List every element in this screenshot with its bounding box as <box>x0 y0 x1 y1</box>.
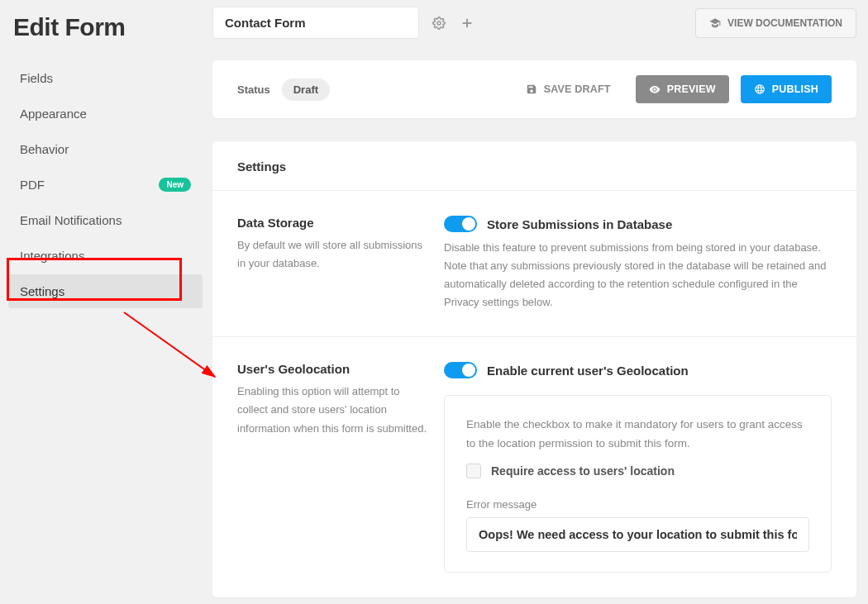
status-label: Status <box>237 83 270 96</box>
geolocation-toggle[interactable] <box>444 362 477 378</box>
new-badge: New <box>159 178 191 192</box>
view-documentation-button[interactable]: VIEW DOCUMENTATION <box>695 8 856 38</box>
store-submissions-toggle[interactable] <box>444 216 477 232</box>
view-documentation-label: VIEW DOCUMENTATION <box>727 17 842 29</box>
graduation-cap-icon <box>709 17 721 29</box>
status-badge: Draft <box>282 78 330 101</box>
data-storage-title: Data Storage <box>237 216 427 230</box>
geolocation-description: Enabling this option will attempt to col… <box>237 383 427 437</box>
error-message-input[interactable] <box>466 517 809 552</box>
store-submissions-description: Disable this feature to prevent submissi… <box>444 239 832 312</box>
sidebar-item-label: Settings <box>20 284 64 298</box>
globe-icon <box>754 83 765 95</box>
eye-icon <box>649 83 661 95</box>
geolocation-title: User's Geolocation <box>237 362 427 376</box>
sidebar-item-label: Fields <box>20 71 53 85</box>
geolocation-label: Enable current user's Geolocation <box>487 364 689 378</box>
sidebar-item-label: Email Notifications <box>20 213 122 227</box>
sidebar-item-pdf[interactable]: PDFNew <box>8 168 203 202</box>
preview-button[interactable]: PREVIEW <box>636 75 729 103</box>
plus-icon[interactable] <box>459 15 475 31</box>
save-draft-button[interactable]: SAVE DRAFT <box>513 75 624 103</box>
require-location-label: Require access to users' location <box>491 464 675 478</box>
preview-label: PREVIEW <box>667 83 716 95</box>
geolocation-panel-description: Enable the checkbox to make it mandatory… <box>466 416 809 454</box>
data-storage-description: By default we will store all submissions… <box>237 236 427 273</box>
settings-header: Settings <box>212 141 856 190</box>
form-name-input[interactable] <box>212 7 419 39</box>
require-location-checkbox[interactable] <box>466 464 481 478</box>
gear-icon[interactable] <box>431 15 447 31</box>
error-message-label: Error message <box>466 498 809 511</box>
publish-button[interactable]: PUBLISH <box>741 75 832 103</box>
sidebar-item-label: PDF <box>20 178 45 192</box>
store-submissions-label: Store Submissions in Database <box>487 217 672 231</box>
sidebar-item-label: Integrations <box>20 249 84 263</box>
publish-label: PUBLISH <box>772 83 818 95</box>
sidebar-item-appearance[interactable]: Appearance <box>8 97 203 131</box>
save-draft-label: SAVE DRAFT <box>544 83 611 95</box>
svg-point-0 <box>437 21 441 25</box>
page-title: Edit Form <box>8 8 203 61</box>
sidebar-item-label: Appearance <box>20 107 87 121</box>
sidebar-item-behavior[interactable]: Behavior <box>8 132 203 166</box>
sidebar-item-label: Behavior <box>20 142 69 156</box>
sidebar-item-email-notifications[interactable]: Email Notifications <box>8 203 203 237</box>
save-icon <box>526 83 537 95</box>
sidebar-item-fields[interactable]: Fields <box>8 61 203 95</box>
sidebar-item-settings[interactable]: Settings <box>8 274 203 308</box>
sidebar-item-integrations[interactable]: Integrations <box>8 239 203 273</box>
